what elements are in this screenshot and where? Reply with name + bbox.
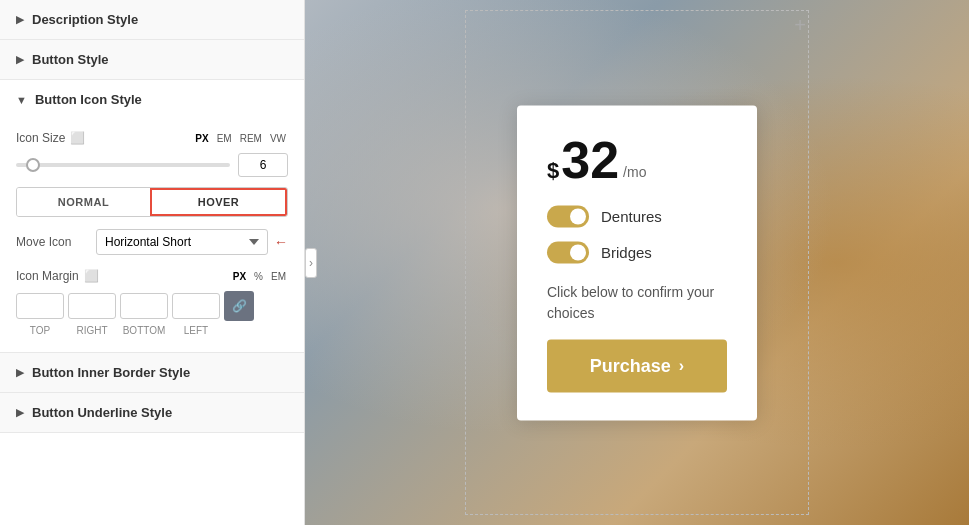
move-icon-row: Move Icon Horizontal Short None Horizont… xyxy=(16,229,288,255)
purchase-chevron-icon: › xyxy=(679,357,684,375)
margin-unit-buttons: PX % EM xyxy=(231,270,288,283)
dentures-label: Dentures xyxy=(601,208,662,225)
accordion-header-button-style[interactable]: ▶ Button Style xyxy=(0,40,304,79)
price-amount: 32 xyxy=(561,133,619,185)
accordion-button-underline-style: ▶ Button Underline Style xyxy=(0,393,304,433)
move-icon-select-wrapper: Horizontal Short None Horizontal Long Ve… xyxy=(96,229,288,255)
accordion-button-inner-border-style: ▶ Button Inner Border Style xyxy=(0,353,304,393)
chevron-right-icon-3: ▶ xyxy=(16,366,24,379)
resize-handle[interactable] xyxy=(305,248,317,278)
dentures-toggle-item: Dentures xyxy=(547,205,727,227)
icon-margin-label: Icon Margin ⬜ xyxy=(16,269,99,283)
margin-bottom-label: BOTTOM xyxy=(120,325,168,336)
chevron-right-icon: ▶ xyxy=(16,13,24,26)
price-display: $ 32 /mo xyxy=(547,133,727,185)
bridges-toggle-item: Bridges xyxy=(547,241,727,263)
section-title-button-icon-style: Button Icon Style xyxy=(35,92,142,107)
margin-right-label: RIGHT xyxy=(68,325,116,336)
margin-bottom-input[interactable] xyxy=(120,293,168,319)
normal-state-button[interactable]: NORMAL xyxy=(17,188,150,216)
arrow-indicator: ← xyxy=(274,234,288,250)
margin-right-input[interactable] xyxy=(68,293,116,319)
plus-icon[interactable]: + xyxy=(794,14,806,37)
icon-size-label: Icon Size ⬜ xyxy=(16,131,193,145)
move-icon-label: Move Icon xyxy=(16,235,96,249)
purchase-button-label: Purchase xyxy=(590,355,671,376)
link-spacer xyxy=(224,325,254,336)
accordion-header-button-underline[interactable]: ▶ Button Underline Style xyxy=(0,393,304,432)
pricing-card: $ 32 /mo Dentures Bridges Click below to… xyxy=(517,105,757,420)
margin-top-input[interactable] xyxy=(16,293,64,319)
state-toggle-group: NORMAL HOVER xyxy=(16,187,288,217)
unit-rem[interactable]: REM xyxy=(238,132,264,145)
accordion-header-button-icon-style[interactable]: ▼ Button Icon Style xyxy=(0,80,304,119)
accordion-button-icon-style: ▼ Button Icon Style Icon Size ⬜ PX EM RE… xyxy=(0,80,304,353)
accordion-header-description-style[interactable]: ▶ Description Style xyxy=(0,0,304,39)
accordion-button-style: ▶ Button Style xyxy=(0,40,304,80)
unit-vw[interactable]: VW xyxy=(268,132,288,145)
icon-size-slider-row xyxy=(16,153,288,177)
left-panel: ▶ Description Style ▶ Button Style ▼ But… xyxy=(0,0,305,525)
bridges-label: Bridges xyxy=(601,244,652,261)
accordion-description-style: ▶ Description Style xyxy=(0,0,304,40)
left-arrow-icon: ← xyxy=(274,234,288,250)
bridges-toggle[interactable] xyxy=(547,241,589,263)
margin-unit-percent[interactable]: % xyxy=(252,270,265,283)
currency-symbol: $ xyxy=(547,157,559,183)
margin-unit-px[interactable]: PX xyxy=(231,270,248,283)
unit-buttons: PX EM REM VW xyxy=(193,132,288,145)
right-panel: + $ 32 /mo Dentures Bridges Click below … xyxy=(305,0,969,525)
margin-top-label: TOP xyxy=(16,325,64,336)
move-icon-select[interactable]: Horizontal Short None Horizontal Long Ve… xyxy=(96,229,268,255)
icon-size-slider[interactable] xyxy=(16,163,230,167)
icon-size-row: Icon Size ⬜ PX EM REM VW xyxy=(16,131,288,145)
margin-inputs: 🔗 xyxy=(16,291,288,321)
section-title-description-style: Description Style xyxy=(32,12,138,27)
section-title-button-style: Button Style xyxy=(32,52,109,67)
margin-labels: TOP RIGHT BOTTOM LEFT xyxy=(16,325,288,336)
dentures-toggle[interactable] xyxy=(547,205,589,227)
price-period: /mo xyxy=(623,163,646,185)
section-title-button-underline: Button Underline Style xyxy=(32,405,172,420)
button-icon-style-body: Icon Size ⬜ PX EM REM VW NORMAL HOVER xyxy=(0,119,304,352)
confirm-text: Click below to confirm your choices xyxy=(547,281,727,323)
margin-unit-em[interactable]: EM xyxy=(269,270,288,283)
icon-margin-header: Icon Margin ⬜ PX % EM xyxy=(16,269,288,283)
purchase-button[interactable]: Purchase › xyxy=(547,339,727,392)
monitor-icon: ⬜ xyxy=(70,131,85,145)
monitor-icon-margin: ⬜ xyxy=(84,269,99,283)
link-margin-button[interactable]: 🔗 xyxy=(224,291,254,321)
link-icon: 🔗 xyxy=(232,299,247,313)
hover-state-button[interactable]: HOVER xyxy=(150,188,287,216)
unit-px[interactable]: PX xyxy=(193,132,210,145)
chevron-right-icon-4: ▶ xyxy=(16,406,24,419)
margin-left-label: LEFT xyxy=(172,325,220,336)
unit-em[interactable]: EM xyxy=(215,132,234,145)
section-title-button-inner-border: Button Inner Border Style xyxy=(32,365,190,380)
chevron-down-icon: ▼ xyxy=(16,94,27,106)
accordion-header-button-inner-border[interactable]: ▶ Button Inner Border Style xyxy=(0,353,304,392)
icon-size-number-input[interactable] xyxy=(238,153,288,177)
margin-left-input[interactable] xyxy=(172,293,220,319)
chevron-right-icon-2: ▶ xyxy=(16,53,24,66)
